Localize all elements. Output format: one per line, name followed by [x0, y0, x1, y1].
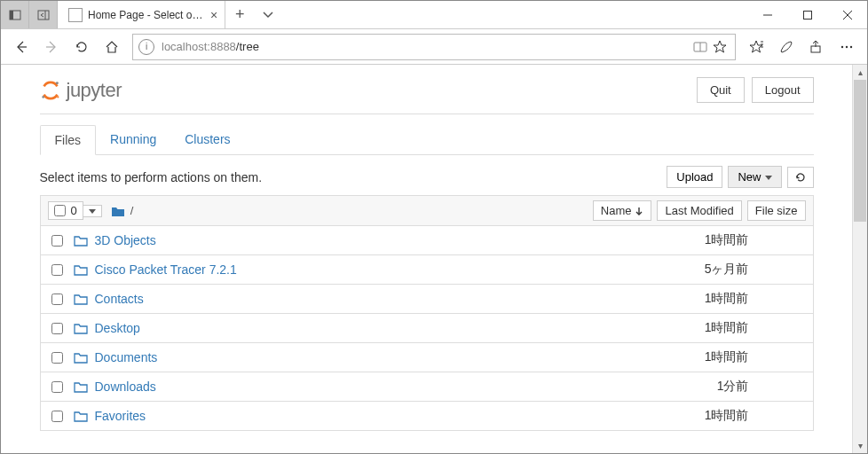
tab-aside-button[interactable]: [1, 1, 29, 28]
share-button[interactable]: [801, 32, 832, 62]
scroll-thumb[interactable]: [854, 80, 866, 222]
folder-icon: [74, 351, 88, 364]
file-name-link[interactable]: 3D Objects: [95, 233, 651, 247]
file-modified: 1時間前: [651, 291, 749, 307]
tab-title: Home Page - Select or c: [88, 9, 203, 21]
file-row: Downloads1分前: [40, 372, 814, 402]
svg-marker-24: [765, 176, 772, 180]
scroll-up-button[interactable]: ▴: [853, 65, 867, 80]
minimize-icon: [762, 10, 773, 20]
row-checkbox[interactable]: [51, 294, 63, 305]
upload-button[interactable]: Upload: [667, 166, 722, 188]
row-checkbox[interactable]: [51, 352, 63, 364]
reading-view-icon[interactable]: [690, 40, 710, 54]
close-window-button[interactable]: [827, 1, 867, 28]
file-list: 3D Objects1時間前Cisco Packet Tracer 7.2.15…: [40, 226, 814, 431]
notebook-tabs: Files Running Clusters: [40, 125, 814, 155]
select-dropdown-button[interactable]: [83, 205, 102, 217]
toolbar-right-buttons: [741, 32, 862, 62]
forward-button[interactable]: [36, 32, 67, 62]
window-controls: [747, 1, 867, 28]
folder-icon: [74, 380, 88, 393]
file-row: Cisco Packet Tracer 7.2.15ヶ月前: [40, 255, 814, 285]
file-name-link[interactable]: Cisco Packet Tracer 7.2.1: [95, 262, 651, 277]
maximize-icon: [802, 10, 813, 20]
more-button[interactable]: [832, 32, 862, 62]
tab-files[interactable]: Files: [40, 125, 97, 155]
close-tab-button[interactable]: ×: [210, 8, 217, 22]
jupyter-header: jupyter Quit Logout: [40, 72, 814, 114]
home-icon: [104, 39, 120, 55]
file-name-link[interactable]: Downloads: [95, 380, 651, 394]
home-button[interactable]: [97, 32, 127, 62]
url-box[interactable]: i localhost:8888/tree: [132, 34, 736, 60]
file-list-header: 0 / Name Last Modified File si: [40, 195, 814, 226]
sort-size-button[interactable]: File size: [747, 200, 806, 221]
row-checkbox[interactable]: [51, 411, 63, 422]
page-content: jupyter Quit Logout Files Running Cluste…: [1, 65, 852, 453]
browser-tab[interactable]: Home Page - Select or c ×: [58, 1, 225, 28]
jupyter-logo[interactable]: jupyter: [40, 79, 122, 102]
svg-point-18: [841, 45, 843, 47]
file-row: Contacts1時間前: [40, 285, 814, 314]
refresh-button[interactable]: [67, 32, 97, 62]
folder-icon: [74, 410, 88, 422]
logout-button[interactable]: Logout: [752, 77, 814, 103]
back-button[interactable]: [6, 32, 36, 62]
new-tab-button[interactable]: +: [225, 1, 254, 28]
file-name-link[interactable]: Desktop: [95, 321, 651, 335]
file-name-link[interactable]: Contacts: [95, 292, 651, 306]
sort-name-button[interactable]: Name: [593, 200, 652, 221]
toolbar-hint: Select items to perform actions on them.: [40, 170, 263, 184]
refresh-icon: [74, 39, 90, 55]
share-icon: [809, 39, 825, 55]
tab-clusters[interactable]: Clusters: [170, 125, 244, 154]
favicon-icon: [68, 8, 83, 22]
caret-down-icon: [89, 207, 96, 215]
url-host: localhost:8888: [162, 40, 236, 53]
row-checkbox[interactable]: [51, 264, 63, 276]
minimize-button[interactable]: [747, 1, 787, 28]
content-scrollbar[interactable]: ▴ ▾: [852, 65, 867, 453]
breadcrumb-path[interactable]: /: [130, 204, 134, 217]
quit-button[interactable]: Quit: [697, 77, 745, 103]
col-size-label: File size: [755, 204, 798, 217]
maximize-button[interactable]: [787, 1, 827, 28]
favorites-button[interactable]: [741, 32, 771, 62]
file-row: Favorites1時間前: [40, 402, 814, 431]
select-all-checkbox[interactable]: [54, 205, 66, 216]
file-name-link[interactable]: Favorites: [95, 409, 651, 423]
refresh-list-button[interactable]: [787, 167, 814, 188]
tab-actions-button[interactable]: [254, 1, 282, 28]
select-count: 0: [71, 204, 77, 217]
folder-icon: [74, 322, 88, 334]
tab-running[interactable]: Running: [96, 125, 170, 154]
favorite-icon[interactable]: [710, 40, 730, 54]
row-checkbox[interactable]: [51, 381, 63, 393]
breadcrumb-folder-icon[interactable]: [111, 205, 125, 217]
file-modified: 5ヶ月前: [651, 262, 749, 278]
titlebar-left: Home Page - Select or c × +: [1, 1, 282, 28]
file-toolbar: Select items to perform actions on them.…: [40, 166, 814, 188]
svg-rect-5: [803, 11, 811, 19]
col-modified-label: Last Modified: [665, 204, 733, 217]
folder-icon: [74, 234, 88, 247]
arrow-down-icon: [635, 207, 643, 215]
address-bar: i localhost:8888/tree: [1, 29, 867, 65]
new-button[interactable]: New: [728, 166, 781, 188]
row-checkbox[interactable]: [51, 323, 63, 334]
row-checkbox[interactable]: [51, 235, 63, 247]
file-modified: 1時間前: [651, 408, 749, 424]
tab-preview-button[interactable]: [29, 1, 58, 28]
notes-button[interactable]: [771, 32, 801, 62]
svg-marker-25: [89, 209, 96, 214]
new-button-label: New: [738, 170, 761, 184]
site-info-icon[interactable]: i: [138, 39, 154, 55]
scroll-down-button[interactable]: ▾: [853, 438, 867, 453]
svg-rect-17: [811, 46, 820, 52]
select-all-box[interactable]: 0: [48, 201, 83, 220]
jupyter-logo-icon: [40, 80, 61, 101]
file-name-link[interactable]: Documents: [95, 350, 651, 364]
sort-modified-button[interactable]: Last Modified: [657, 200, 741, 221]
file-row: Desktop1時間前: [40, 314, 814, 343]
